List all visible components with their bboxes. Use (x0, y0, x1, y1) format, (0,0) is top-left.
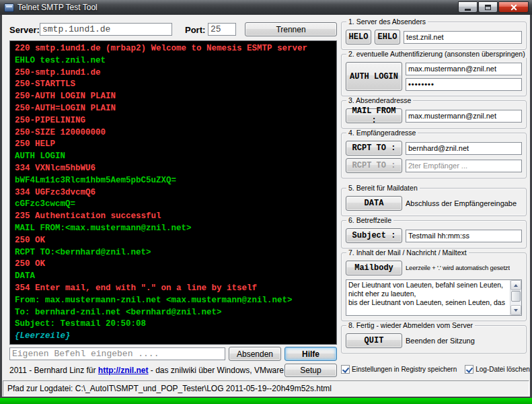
data-button[interactable]: DATA (346, 196, 402, 211)
rcpt-to-button[interactable]: RCPT TO : (346, 141, 402, 156)
terminal-line: DATA (15, 271, 332, 283)
help-button[interactable]: Hilfe (284, 347, 337, 361)
terminal-line: 250-AUTH LOGIN PLAIN (15, 91, 332, 103)
minimize-icon (465, 9, 471, 11)
window-controls (458, 1, 529, 13)
data-note: Abschluss der Empfängereingabe (406, 199, 517, 207)
rcpt-to-2-input (406, 160, 522, 172)
groupbox-title: 5. Bereit für Maildaten (346, 184, 420, 192)
terminal-line: Subject: Testmail 20:50:08 (15, 318, 332, 331)
mail-from-input[interactable] (406, 110, 522, 123)
delete-log-checkbox[interactable] (465, 365, 473, 374)
terminal-line: MAIL FROM:<max.mustermann@znil.net> (15, 223, 332, 235)
log-path-text: Pfad zur Logdatei: C:\_AutoIT\SMPT_und_P… (7, 384, 332, 393)
groupbox-title: 6. Betreffzeile (346, 216, 393, 224)
registry-checkbox-label: Einstellungen in Registry speichern (352, 366, 457, 373)
auth-password-input[interactable] (406, 78, 522, 91)
terminal-line: RCPT TO:<bernhard@znil.net> (15, 247, 332, 259)
scroll-down-button[interactable] (510, 305, 521, 315)
terminal-line: 250 OK (15, 259, 332, 271)
mailbody-content: Der Lieutnant von Laeuten, befahl seinen… (346, 280, 510, 315)
credit-line: 2011 - Bernhard Linz für http://znil.net… (9, 366, 320, 375)
auth-user-input[interactable] (406, 63, 522, 75)
quit-note: Beenden der Sitzung (406, 337, 475, 345)
close-button[interactable] (498, 1, 529, 13)
terminal-line: 250-SIZE 120000000 (15, 127, 332, 139)
scrollbar-thumb[interactable] (511, 291, 521, 302)
registry-checkbox[interactable] (341, 365, 350, 374)
credit-prefix: 2011 - Bernhard Linz für (9, 366, 98, 375)
groupbox-data: 5. Bereit für Maildaten DATA Abschluss d… (341, 188, 527, 216)
send-button[interactable]: Absenden (229, 347, 281, 361)
minimize-button[interactable] (458, 1, 478, 13)
subject-button[interactable]: Subject : (346, 228, 402, 243)
mailbody-note: Leerzeile + '.' wird automatisch gesetzt (406, 264, 510, 272)
titlebar[interactable]: Telnet SMTP Test Tool (0, 0, 532, 15)
window-title: Telnet SMTP Test Tool (17, 3, 98, 12)
auth-login-button[interactable]: AUTH LOGIN (346, 62, 402, 91)
terminal-line: 220 smtp.1und1.de (mrbap2) Welcome to Ne… (15, 43, 332, 55)
terminal-line: 235 Authentication successful (15, 211, 332, 223)
statusbar: Pfad zur Logdatei: C:\_AutoIT\SMPT_und_P… (3, 380, 529, 397)
mailbody-textarea[interactable]: Der Lieutnant von Laeuten, befahl seinen… (346, 279, 522, 316)
groupbox-title: 2. eventuelle Authentifizierung (ansonst… (346, 50, 527, 58)
groupbox-mailbody: 7. Inhalt der Mail / Nachricht / Mailtex… (341, 252, 527, 321)
terminal-line: 250-PIPELINING (15, 115, 332, 127)
terminal-line: bWF4Lm11c3Rlcm1hbm5Aem5pbC5uZXQ= (15, 175, 332, 187)
port-input[interactable] (208, 23, 236, 36)
terminal-line: 334 UGFzc3dvcmQ6 (15, 187, 332, 199)
disconnect-button[interactable]: Trennen (245, 22, 337, 36)
mailbody-button[interactable]: Mailbody (346, 261, 402, 275)
groupbox-subject: 6. Betreffzeile Subject : (341, 220, 527, 248)
delete-log-checkbox-label: Log-Datei löschen (476, 366, 530, 373)
znil-link[interactable]: http://znil.net (98, 366, 149, 375)
arrow-up-icon (514, 284, 518, 287)
terminal-line: EHLO test.znil.net (15, 55, 332, 67)
custom-command-input[interactable] (9, 347, 225, 360)
terminal-output: 220 smtp.1und1.de (mrbap2) Welcome to Ne… (9, 40, 337, 345)
app-window: Telnet SMTP Test Tool Server: Port: Tren… (0, 0, 532, 399)
terminal-line: {Leerzeile} (15, 331, 332, 343)
terminal-line: AUTH LOGIN (15, 151, 332, 163)
app-icon (4, 3, 14, 12)
groupbox-rcpt-to: 4. Empfängeradresse RCPT TO : RCPT TO : (341, 133, 527, 178)
options-row: Einstellungen in Registry speichern Log-… (341, 365, 530, 374)
desktop-background (0, 398, 532, 404)
groupbox-title: 1. Server des Absenders (346, 18, 428, 26)
helo-host-input[interactable] (404, 31, 522, 44)
terminal-line: From: max.mustermann-znil.net <max.muste… (15, 295, 332, 307)
port-label: Port: (185, 25, 205, 35)
terminal-line: 250-AUTH=LOGIN PLAIN (15, 103, 332, 115)
screen: Telnet SMTP Test Tool Server: Port: Tren… (0, 0, 532, 404)
mail-from-button[interactable]: MAIL FROM : (346, 108, 402, 123)
setup-button[interactable]: Setup (284, 364, 337, 377)
server-label: Server: (9, 25, 40, 35)
arrow-down-icon (514, 309, 518, 312)
terminal-line: 250 OK (15, 235, 332, 247)
ehlo-button[interactable]: EHLO (375, 30, 400, 44)
terminal-line: 250-STARTTLS (15, 79, 332, 91)
right-panel: 1. Server des Absenders HELO EHLO 2. eve… (341, 22, 527, 358)
terminal-line: 250-smtp.1und1.de (15, 67, 332, 79)
groupbox-title: 8. Fertig - wieder Abmelden vom Server (346, 321, 475, 329)
maximize-icon (485, 5, 491, 10)
maximize-button[interactable] (478, 1, 498, 13)
groupbox-title: 7. Inhalt der Mail / Nachricht / Mailtex… (346, 248, 469, 257)
groupbox-title: 3. Absenderadresse (346, 96, 413, 104)
mailbody-scrollbar[interactable] (510, 280, 521, 315)
terminal-line: 250 HELP (15, 139, 332, 151)
terminal-line: 334 VXNlcm5hbWU6 (15, 163, 332, 175)
helo-button[interactable]: HELO (346, 30, 371, 44)
server-input[interactable] (40, 23, 172, 36)
groupbox-quit: 8. Fertig - wieder Abmelden vom Server Q… (341, 325, 527, 354)
scroll-up-button[interactable] (510, 280, 521, 290)
rcpt-to-input[interactable] (406, 142, 522, 155)
terminal-line: 354 Enter mail, end with "." on a line b… (15, 283, 332, 295)
client-area: Server: Port: Trennen 220 smtp.1und1.de … (2, 15, 530, 397)
terminal-line: To: bernhard-znil.net <bernhard@znil.net… (15, 307, 332, 319)
terminal-line: cGFzc3cwcmQ= (15, 199, 332, 211)
subject-input[interactable] (406, 230, 522, 242)
quit-button[interactable]: QUIT (346, 333, 402, 348)
groupbox-mail-from: 3. Absenderadresse MAIL FROM : (341, 100, 527, 129)
groupbox-title: 4. Empfängeradresse (346, 129, 418, 137)
